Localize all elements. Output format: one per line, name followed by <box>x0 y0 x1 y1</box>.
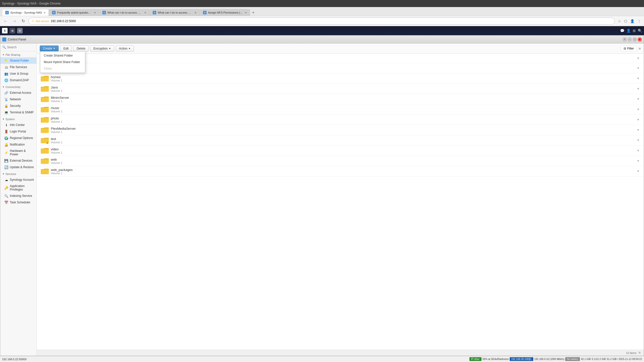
create-button[interactable]: Create ▼ Create Shared Folder Mount Hybr… <box>40 46 59 52</box>
sidebar-item-file-services[interactable]: 🗂 File Services <box>0 64 36 70</box>
sidebar-item-login-portal[interactable]: 🚪 Login Portal <box>0 128 36 135</box>
maximize-button[interactable]: □ <box>633 37 637 41</box>
sidebar-item-network[interactable]: 📡 Network <box>0 96 36 103</box>
sidebar-item-external-devices[interactable]: 💾 External Devices <box>0 157 36 164</box>
folder-expand-test[interactable]: ▼ <box>637 139 640 142</box>
sidebar-item-user-group[interactable]: 👥 User & Group <box>0 70 36 77</box>
connectivity-header[interactable]: ▼ Connectivity <box>0 83 36 89</box>
table-row[interactable]: docker Volume 1 ▼ <box>37 63 644 73</box>
dsm-chat-icon[interactable]: 💬 <box>620 29 624 33</box>
folder-expand-video[interactable]: ▼ <box>637 149 640 152</box>
folder-expand-music[interactable]: ▼ <box>637 108 640 111</box>
menu-icon[interactable]: ⋮ <box>636 19 642 24</box>
sidebar-item-task-scheduler[interactable]: 📅 Task Scheduler <box>0 199 36 206</box>
folder-expand-docker[interactable]: ▼ <box>637 66 640 70</box>
user-group-icon: 👥 <box>4 72 8 76</box>
sidebar-item-domain-ldap[interactable]: 🌐 Domain/LDAP <box>0 77 36 83</box>
reload-button[interactable]: ↻ <box>20 18 26 24</box>
table-row[interactable]: web_packages Volume 1 ▼ <box>37 166 644 176</box>
sidebar-item-synology-account[interactable]: ☁ Synology Account <box>0 176 36 183</box>
view-toggle-icon[interactable]: ≡ <box>639 47 641 51</box>
sidebar-item-external-access[interactable]: 🔗 External Access <box>0 89 36 96</box>
folder-volume-photo: Volume 1 <box>51 120 637 123</box>
sidebar-item-application-privileges[interactable]: 🔑 Application Privileges <box>0 183 36 193</box>
create-dropdown-arrow: ▼ <box>53 47 55 50</box>
profile-icon[interactable]: 👤 <box>629 19 635 24</box>
sidebar-item-terminal-snmp[interactable]: 💻 Terminal & SNMP <box>0 109 36 116</box>
sidebar-item-security[interactable]: 🔒 Security <box>0 103 36 109</box>
tab-close-5[interactable]: ✕ <box>245 11 247 14</box>
close-button[interactable]: ✕ <box>638 37 642 41</box>
extensions-icon[interactable]: ⬡ <box>623 19 628 24</box>
table-row[interactable]: homes Volume 1 ▼ <box>37 73 644 84</box>
filter-button[interactable]: ⊟ Filter <box>621 46 637 52</box>
tab-close-1[interactable]: ✕ <box>44 11 46 14</box>
sidebar-item-update-restore[interactable]: 🔄 Update & Restore <box>0 164 36 170</box>
tab-4[interactable]: S What can I do to access mo... ✕ <box>149 9 200 16</box>
status-network-speed: 192.168.0.10 (1000 Mbit/s) <box>534 358 565 360</box>
table-row[interactable]: photo Volume 1 ▼ <box>37 115 644 125</box>
folder-expand-homes[interactable]: ▼ <box>637 77 640 80</box>
minimize-button[interactable]: − <box>628 37 632 41</box>
tab-close-3[interactable]: ✕ <box>144 11 146 14</box>
action-button[interactable]: Action ▼ <box>116 46 134 52</box>
edit-button[interactable]: Edit <box>60 46 72 52</box>
folder-expand-plexmediaserver[interactable]: ▼ <box>637 128 640 132</box>
regional-options-icon: 🌍 <box>4 136 8 140</box>
sidebar-item-hardware-power[interactable]: ⚡ Hardware & Power <box>0 148 36 157</box>
system-header[interactable]: ▼ System <box>0 116 36 122</box>
sidebar-item-shared-folder[interactable]: 📁 Shared Folder <box>0 57 36 64</box>
file-sharing-header[interactable]: ▼ File Sharing <box>0 51 36 57</box>
mount-hybrid-share-folder-item[interactable]: Mount Hybrid Share Folder <box>40 59 85 65</box>
folder-expand-java[interactable]: ▼ <box>637 87 640 90</box>
sidebar-item-notification[interactable]: 🔔 Notification <box>0 141 36 148</box>
folder-expand-web-packages[interactable]: ▼ <box>637 169 640 173</box>
dsm-app-grid-icon[interactable]: ⊞ <box>10 28 15 33</box>
delete-button[interactable]: Delete <box>73 46 89 52</box>
folder-row-volume1-top[interactable]: Volume 1 ▼ <box>37 54 644 63</box>
browser-status-url: 192.168.0.22:5000// <box>2 358 27 361</box>
folder-expand-minimserver[interactable]: ▼ <box>637 97 640 101</box>
folder-expand-web[interactable]: ▼ <box>637 159 640 163</box>
dsm-control-panel-icon[interactable]: ⚙ <box>17 28 23 33</box>
sidebar-search[interactable]: 🔍 <box>0 43 36 51</box>
search-icon: 🔍 <box>2 46 6 49</box>
tab-3[interactable]: S What can I do to access mo... ✕ <box>99 9 149 16</box>
folder-expand-photo[interactable]: ▼ <box>637 118 640 121</box>
create-shared-folder-item[interactable]: Create Shared Folder <box>40 52 85 59</box>
search-input[interactable] <box>7 46 34 49</box>
folder-expand-top[interactable]: ▼ <box>637 57 640 60</box>
dsm-search-icon[interactable]: 🔍 <box>638 29 642 33</box>
tab-favicon-2: S <box>52 11 56 14</box>
table-row[interactable]: PlexMediaServer Volume 1 ▼ <box>37 125 644 135</box>
forward-button[interactable]: → <box>11 18 18 24</box>
sidebar-item-info-center[interactable]: ℹ Info Center <box>0 122 36 128</box>
dsm-apps-icon[interactable]: ⊞ <box>633 29 636 33</box>
sidebar-item-indexing-service[interactable]: 🔍 Indexing Service <box>0 193 36 199</box>
tab-5[interactable]: S Assign NFS Permissions | D... ✕ <box>200 9 250 16</box>
tab-2[interactable]: S Frequently asked questions ... ✕ <box>49 9 99 16</box>
table-row[interactable]: 🔒 test Volume 1 ▼ <box>37 135 644 146</box>
new-tab-button[interactable]: + <box>250 9 256 16</box>
table-row[interactable]: music Volume 1 ▼ <box>37 104 644 115</box>
table-row[interactable]: web Volume 1 ▼ <box>37 156 644 166</box>
refresh-icon[interactable]: ↻ <box>638 351 641 354</box>
table-row[interactable]: video Volume 1 ▼ <box>37 146 644 156</box>
table-row[interactable]: MinimServer Volume 1 ▼ <box>37 94 644 104</box>
folder-volume-minimserver: Volume 1 <box>51 100 637 103</box>
table-row[interactable]: Java Volume 1 ▼ <box>37 84 644 94</box>
terminal-icon: 💻 <box>4 110 8 114</box>
tab-1[interactable]: S Synology - Synology NAS ✕ <box>2 9 49 16</box>
help-button[interactable]: ? <box>623 37 627 41</box>
sidebar-item-regional-options[interactable]: 🌍 Regional Options <box>0 135 36 141</box>
address-bar[interactable]: ⚠ Not secure 192.168.0.22:5000 <box>28 18 615 25</box>
tab-close-4[interactable]: ✕ <box>194 11 196 14</box>
tab-close-2[interactable]: ✕ <box>94 11 96 14</box>
folder-icon-web-packages <box>41 168 49 175</box>
encryption-button[interactable]: Encryption ▼ <box>90 46 114 52</box>
dsm-user-icon[interactable]: 👤 <box>626 29 631 33</box>
dsm-logo[interactable]: S <box>2 28 8 33</box>
services-header[interactable]: ▼ Services <box>0 170 36 176</box>
bookmark-star-icon[interactable]: ☆ <box>617 19 622 24</box>
back-button[interactable]: ← <box>2 18 9 24</box>
